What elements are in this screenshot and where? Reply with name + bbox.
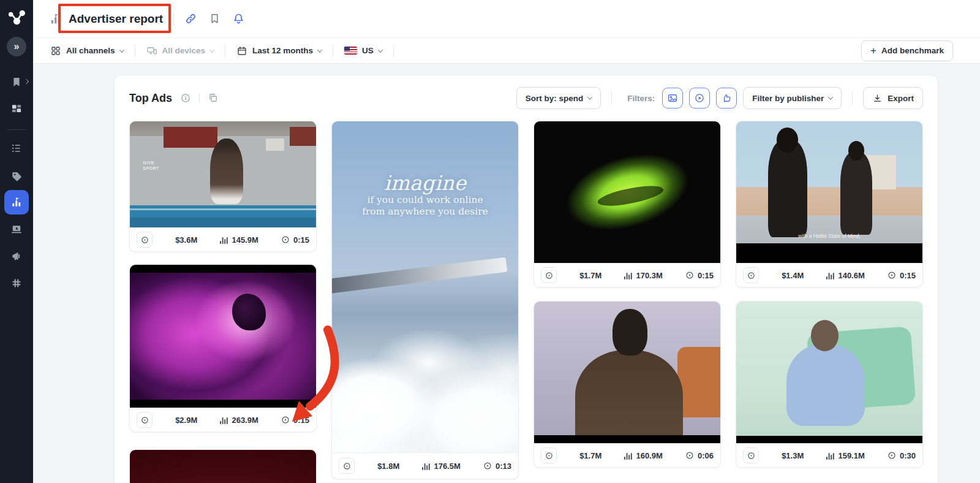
advertiser-report-icon xyxy=(10,196,23,208)
bar-chart-icon xyxy=(826,272,834,280)
ad-thumbnail-sitting-blue[interactable] xyxy=(736,302,922,443)
ad-stats-row: $1.8M 176.5M 0:13 xyxy=(332,452,518,479)
ad-impressions-value: 170.3M xyxy=(636,271,662,280)
ad-preview-button[interactable] xyxy=(541,267,557,283)
ad-impressions: 170.3M xyxy=(624,271,662,280)
chevron-down-icon xyxy=(119,47,124,52)
ad-preview-button[interactable] xyxy=(541,447,557,463)
ad-impressions: 176.5M xyxy=(422,462,460,471)
ad-thumbnail-dancers[interactable]: with a Hottie State of Mind, xyxy=(736,121,922,263)
date-range-filter[interactable]: Last 12 months xyxy=(236,45,322,56)
divider xyxy=(135,45,135,57)
ad-stats-row: $1.7M 170.3M 0:15 xyxy=(534,263,720,287)
chevron-down-icon xyxy=(828,94,833,99)
ad-card: imagine if you could work online from an… xyxy=(331,121,519,479)
filter-by-publisher-dropdown[interactable]: Filter by publisher xyxy=(743,87,842,109)
ad-spend: $1.8M xyxy=(377,462,399,471)
share-link-button[interactable] xyxy=(184,12,197,25)
ad-stats-row: $3.6M 145.9M 0:15 xyxy=(130,227,316,251)
divider xyxy=(199,93,200,103)
divider xyxy=(333,45,333,57)
ad-impressions: 160.9M xyxy=(624,451,662,460)
sidebar-item-list[interactable] xyxy=(4,136,29,161)
devices-filter-label: All devices xyxy=(162,46,206,55)
megaphone-icon xyxy=(10,250,23,262)
ad-card: $2.9M 263.9M 0:15 xyxy=(129,264,317,432)
ad-overlay-line1: if you could work online xyxy=(367,194,483,205)
filter-bar: All channels All devices Last 12 months … xyxy=(33,37,980,64)
ad-duration: 0:15 xyxy=(685,271,714,280)
ad-thumbnail-purple-flower[interactable] xyxy=(130,265,316,408)
region-label: US xyxy=(362,46,374,55)
chevron-down-icon xyxy=(209,47,214,52)
sidebar-item-campaigns[interactable] xyxy=(4,244,29,268)
sidebar: » xyxy=(0,0,33,483)
bar-chart-icon xyxy=(624,452,632,460)
ad-preview-button[interactable] xyxy=(339,458,355,474)
duration-icon xyxy=(685,271,694,280)
add-benchmark-button[interactable]: + Add benchmark xyxy=(861,40,953,61)
ad-stats-row: $2.9M 263.9M 0:15 xyxy=(130,408,316,432)
ad-overlay-text: GIVE SPORT xyxy=(143,161,159,172)
ad-thumbnail-braids-portrait[interactable] xyxy=(534,302,720,443)
ad-impressions-value: 263.9M xyxy=(232,416,258,425)
notifications-button[interactable] xyxy=(232,12,245,25)
ad-overlay-text: imagine if you could work online from an… xyxy=(332,173,518,218)
ad-duration: 0:15 xyxy=(281,235,309,245)
sort-by-dropdown[interactable]: Sort by: spend xyxy=(516,87,601,109)
ad-duration-value: 0:30 xyxy=(900,451,916,460)
ad-preview-button[interactable] xyxy=(743,267,759,283)
preview-icon xyxy=(545,272,553,280)
devices-icon xyxy=(146,45,157,56)
divider xyxy=(611,91,612,105)
ad-preview-button[interactable] xyxy=(743,447,759,463)
filter-videos-button[interactable] xyxy=(689,88,710,108)
ad-spend: $1.4M xyxy=(782,271,804,280)
channels-filter[interactable]: All channels xyxy=(50,45,124,56)
preview-icon xyxy=(343,462,351,470)
sidebar-item-tags[interactable] xyxy=(4,163,29,188)
dashboard-icon xyxy=(10,103,23,115)
sidebar-expand-button[interactable]: » xyxy=(7,37,26,56)
sidebar-item-apps[interactable] xyxy=(4,271,29,295)
bookmark-button[interactable] xyxy=(209,13,221,25)
copy-icon[interactable] xyxy=(208,93,219,104)
sidebar-item-creative[interactable] xyxy=(4,217,29,242)
duration-icon xyxy=(685,451,694,460)
link-icon xyxy=(184,12,197,25)
ad-card: GIVE SPORT $3.6M 145.9M 0:15 xyxy=(129,121,317,252)
export-label: Export xyxy=(888,94,914,103)
ad-thumbnail-dark-red[interactable] xyxy=(130,450,316,483)
info-icon[interactable] xyxy=(180,93,191,104)
sidebar-item-pages[interactable] xyxy=(4,70,29,94)
ad-preview-button[interactable] xyxy=(137,232,153,248)
ad-thumbnail-green-shoe[interactable] xyxy=(534,121,720,263)
ad-preview-button[interactable] xyxy=(137,412,153,428)
filter-by-publisher-label: Filter by publisher xyxy=(752,94,824,103)
filter-engagement-button[interactable] xyxy=(716,88,737,108)
ad-thumbnail-track-walk[interactable]: GIVE SPORT xyxy=(130,121,316,227)
divider xyxy=(225,45,225,57)
bar-chart-icon xyxy=(826,452,834,460)
plus-icon: + xyxy=(870,45,876,56)
bar-chart-icon xyxy=(220,236,228,244)
region-filter[interactable]: US xyxy=(344,46,382,55)
add-benchmark-label: Add benchmark xyxy=(881,46,944,55)
ad-impressions: 145.9M xyxy=(220,235,258,245)
ad-thumbnail-sky-imagine[interactable]: imagine if you could work online from an… xyxy=(332,121,518,452)
bookmark-icon xyxy=(209,13,221,25)
ad-stats-row: $1.4M 140.6M 0:15 xyxy=(736,263,922,287)
sidebar-item-dashboard[interactable] xyxy=(4,97,29,121)
ad-caption-text: with a Hottie State of Mind, xyxy=(736,233,922,239)
ad-impressions-value: 160.9M xyxy=(636,451,662,460)
export-button[interactable]: Export xyxy=(863,87,923,109)
sidebar-item-advertiser-report[interactable] xyxy=(4,190,29,215)
bookmark-icon xyxy=(10,76,23,88)
top-ads-panel: Top Ads Sort by: spend Filters: xyxy=(114,75,938,483)
sort-by-label: Sort by: spend xyxy=(526,94,584,103)
divider xyxy=(393,45,394,57)
filter-images-button[interactable] xyxy=(662,88,683,108)
devices-filter[interactable]: All devices xyxy=(146,45,214,56)
app-logo-icon[interactable] xyxy=(7,9,26,26)
duration-icon xyxy=(888,451,896,460)
